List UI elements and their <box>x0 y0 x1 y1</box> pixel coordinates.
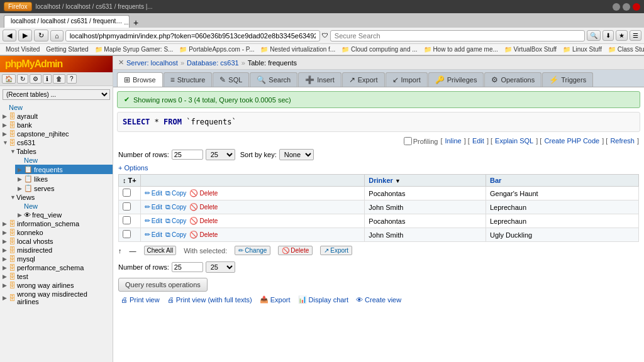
tab-search[interactable]: 🔍 Search <box>250 72 297 87</box>
sidebar-item-tables[interactable]: ▼ Tables <box>8 147 113 156</box>
bar-sort-link[interactable]: Bar <box>490 177 501 184</box>
sidebar-item-freq-view[interactable]: ▶ 👁 freq_view <box>15 211 113 219</box>
sidebar-item-information-schema[interactable]: ▶ 🗄 information_schema <box>0 219 113 228</box>
search-bar[interactable] <box>330 30 585 41</box>
delete-btn[interactable]: 🚫 Delete <box>189 217 218 225</box>
edit-btn[interactable]: ✏ Edit <box>145 203 162 211</box>
recent-tables-select[interactable]: (Recent tables) ... <box>3 89 110 100</box>
print-view-link[interactable]: 🖨 Print view <box>121 296 160 304</box>
sidebar-item-capstone[interactable]: ▶ 🗄 capstone_njhitec <box>0 129 113 138</box>
tab-insert[interactable]: ➕ Insert <box>298 72 341 87</box>
back-btn[interactable]: ◀ <box>3 30 16 41</box>
row-checkbox[interactable] <box>123 202 131 211</box>
sidebar-tool-refresh[interactable]: ↻ <box>17 74 28 84</box>
delete-btn[interactable]: 🚫 Delete <box>189 203 218 211</box>
refresh-link[interactable]: Refresh <box>610 137 635 145</box>
copy-btn[interactable]: ⧉ Copy <box>165 189 186 197</box>
num-rows-input[interactable] <box>172 150 203 160</box>
delete-action-btn[interactable]: 🚫 Delete <box>278 246 313 255</box>
downloads-btn[interactable]: ⬇ <box>602 30 614 41</box>
sidebar-item-new-views[interactable]: New <box>15 202 113 211</box>
active-tab[interactable]: localhost / localhost / cs631 / frequent… <box>4 15 130 28</box>
sidebar-tool-help[interactable]: ? <box>67 74 77 84</box>
create-view-link[interactable]: 👁 Create view <box>356 296 401 304</box>
row-checkbox[interactable] <box>123 216 131 224</box>
bookmark-linux[interactable]: 📁 Linux Stuff <box>561 45 604 53</box>
row-checkbox[interactable] <box>123 230 131 238</box>
create-php-link[interactable]: Create PHP Code <box>544 137 599 145</box>
search-btn[interactable]: 🔍 <box>587 30 601 41</box>
sidebar-item-misdirected[interactable]: ▶ 🗄 misdirected <box>0 246 113 255</box>
sidebar-tool-home[interactable]: 🏠 <box>2 74 16 84</box>
sidebar-item-cs631[interactable]: ▼ 🗄 cs631 <box>0 138 113 147</box>
num-rows-select[interactable]: 25 50 100 <box>206 149 235 160</box>
bookmark-game[interactable]: 📁 How to add game me... <box>422 45 500 53</box>
delete-btn[interactable]: 🚫 Delete <box>189 231 218 239</box>
copy-btn[interactable]: ⧉ Copy <box>165 217 186 225</box>
sidebar-item-performance-schema[interactable]: ▶ 🗄 performance_schema <box>0 263 113 272</box>
inline-link[interactable]: Inline <box>445 137 461 145</box>
export-action-btn[interactable]: ↗ Export <box>320 246 352 255</box>
col-header-bar[interactable]: Bar <box>486 175 638 187</box>
copy-btn[interactable]: ⧉ Copy <box>165 203 186 211</box>
num-rows-bottom-input[interactable] <box>172 262 203 272</box>
tab-structure[interactable]: ≡ Structure <box>164 72 213 87</box>
delete-btn[interactable]: 🚫 Delete <box>189 189 218 197</box>
forward-btn[interactable]: ▶ <box>18 30 32 41</box>
breadcrumb-database[interactable]: Database: cs631 <box>187 59 239 67</box>
sidebar-item-serves[interactable]: ▶ 📋 serves <box>15 184 113 193</box>
sidebar-item-bank[interactable]: ▶ 🗄 bank <box>0 121 113 129</box>
maximize-btn[interactable] <box>623 3 630 11</box>
sidebar-item-new-tables[interactable]: New <box>15 156 113 165</box>
explain-link[interactable]: Explain SQL <box>495 137 533 145</box>
copy-btn[interactable]: ⧉ Copy <box>165 231 186 239</box>
sidebar-item-likes[interactable]: ▶ 📋 likes <box>15 174 113 184</box>
query-results-ops-btn[interactable]: Query results operations <box>118 278 208 292</box>
sidebar-item-test[interactable]: ▶ 🗄 test <box>0 272 113 281</box>
row-checkbox[interactable] <box>123 189 131 197</box>
col-header-drinker[interactable]: Drinker ▼ <box>365 175 486 187</box>
tab-privileges[interactable]: 🔑 Privileges <box>428 72 484 87</box>
bookmark-most-visited[interactable]: Most Visited <box>4 45 42 53</box>
breadcrumb-server[interactable]: Server: localhost <box>126 59 178 67</box>
options-link[interactable]: + Options <box>118 164 148 172</box>
edit-btn[interactable]: ✏ Edit <box>145 231 162 239</box>
sidebar-item-local-vhosts[interactable]: ▶ 🗄 local vhosts <box>0 237 113 246</box>
tab-export[interactable]: ↗ Export <box>342 72 385 87</box>
sidebar-item-wrong-way[interactable]: ▶ 🗄 wrong way airlines <box>0 281 113 290</box>
sidebar-item-frequents[interactable]: ▶ 📋 frequents <box>15 165 113 174</box>
sidebar-item-mysql[interactable]: ▶ 🗄 mysql <box>0 255 113 263</box>
export-link[interactable]: 📤 Export <box>260 295 291 304</box>
sidebar-item-konneko[interactable]: ▶ 🗄 konneko <box>0 228 113 237</box>
drinker-sort-link[interactable]: Drinker <box>369 177 393 184</box>
bookmark-portable-apps[interactable]: 📁 PortableApps.com - P... <box>177 45 256 53</box>
display-chart-link[interactable]: 📊 Display chart <box>298 295 349 304</box>
edit-btn[interactable]: ✏ Edit <box>145 189 162 197</box>
print-full-link[interactable]: 🖨 Print view (with full texts) <box>167 296 252 304</box>
bookmarks-star-btn[interactable]: ★ <box>616 30 628 41</box>
close-btn[interactable] <box>633 3 640 11</box>
bookmark-cloud[interactable]: 📁 Cloud computing and ... <box>340 45 419 53</box>
menu-btn[interactable]: ☰ <box>630 30 641 41</box>
sidebar-item-wrong-way-misdirected[interactable]: ▶ 🗄 wrong way misdirected airlines <box>0 290 113 306</box>
tab-import[interactable]: ↙ Import <box>386 72 428 87</box>
url-bar[interactable] <box>65 30 320 41</box>
sidebar-tool-config[interactable]: ⚙ <box>30 74 42 84</box>
sidebar-item-views[interactable]: ▼ Views <box>8 193 113 202</box>
bookmark-maple-syrup[interactable]: 📁 Maple Syrup Gamer: S... <box>93 45 175 53</box>
bookmark-nested-virt[interactable]: 📁 Nested virtualization f... <box>258 45 337 53</box>
sidebar-item-new-top[interactable]: New <box>0 103 113 112</box>
num-rows-bottom-select[interactable]: 25 50 100 <box>206 261 235 273</box>
edit-btn[interactable]: ✏ Edit <box>145 217 162 225</box>
change-action-btn[interactable]: ✏ Change <box>235 246 270 255</box>
refresh-btn[interactable]: ↻ <box>34 30 48 41</box>
breadcrumb-close[interactable]: ✕ <box>118 58 124 67</box>
tab-sql[interactable]: ✎ SQL <box>213 72 249 87</box>
tab-triggers[interactable]: ⚡ Triggers <box>542 72 593 87</box>
check-all-btn[interactable]: Check All <box>144 246 177 255</box>
tab-browse[interactable]: ⊞ Browse <box>117 72 163 87</box>
bookmark-vbox[interactable]: 📁 VirtualBox Stuff <box>502 45 558 53</box>
bookmark-getting-started[interactable]: Getting Started <box>44 45 90 53</box>
tab-operations[interactable]: ⚙ Operations <box>484 72 541 87</box>
firefox-menu[interactable]: Firefox <box>4 2 32 11</box>
